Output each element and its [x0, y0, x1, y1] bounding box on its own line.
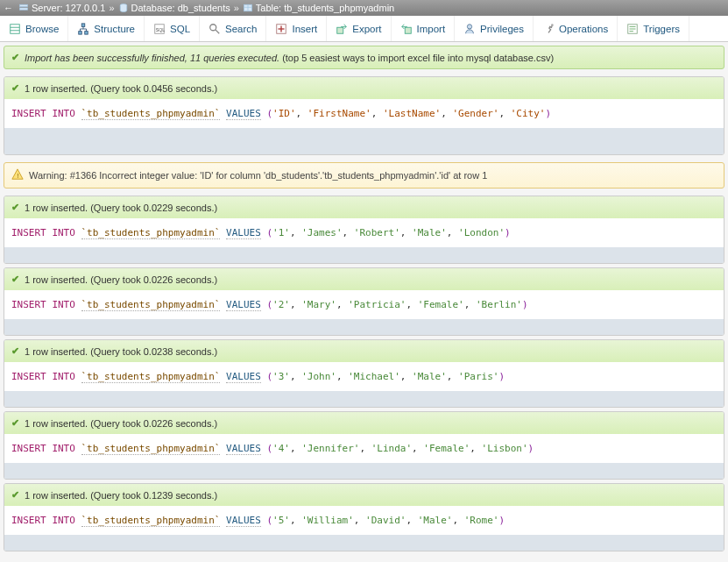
- tab-label: Browse: [25, 24, 59, 34]
- tab-triggers[interactable]: Triggers: [618, 16, 689, 41]
- row-msg: 1 row inserted. (Query took 0.1239 secon…: [25, 490, 217, 501]
- spacer: [4, 535, 724, 551]
- import-icon: [400, 23, 413, 35]
- svg-rect-9: [82, 23, 86, 26]
- tab-label: Structure: [94, 24, 135, 34]
- tab-sql[interactable]: SQL SQL: [145, 16, 200, 41]
- tab-privileges[interactable]: Privileges: [455, 16, 534, 41]
- row-msg: 1 row inserted. (Query took 0.0226 secon…: [25, 418, 217, 429]
- svg-rect-19: [337, 27, 343, 33]
- row-msg: 1 row inserted. (Query took 0.0456 secon…: [25, 83, 217, 94]
- warning-notice: ! Warning: #1366 Incorrect integer value…: [4, 162, 724, 189]
- svg-point-14: [210, 24, 216, 30]
- database-icon: [118, 3, 129, 13]
- tab-label: Search: [225, 24, 257, 34]
- tab-search[interactable]: Search: [200, 16, 266, 41]
- spacer: [4, 319, 724, 335]
- tab-label: Import: [417, 24, 446, 34]
- success-icon: ✔: [11, 345, 19, 357]
- table-icon: [243, 3, 253, 13]
- spacer: [4, 463, 724, 479]
- tab-label: Triggers: [643, 24, 680, 34]
- export-icon: [336, 23, 348, 35]
- success-icon: ✔: [11, 417, 19, 429]
- spacer: [4, 247, 724, 263]
- insert-icon: [275, 23, 287, 35]
- svg-rect-11: [85, 31, 88, 34]
- breadcrumb: ← Server: 127.0.0.1 » Database: db_stude…: [0, 0, 728, 16]
- sql-query: INSERT INTO `tb_students_phpmyadmin` VAL…: [4, 218, 724, 247]
- privileges-icon: [463, 23, 476, 35]
- warning-text: Warning: #1366 Incorrect integer value: …: [29, 170, 487, 181]
- server-value: 127.0.0.1: [66, 3, 106, 13]
- crumb-sep: »: [234, 3, 239, 13]
- svg-text:SQL: SQL: [156, 26, 166, 32]
- database-value: db_students: [178, 3, 230, 13]
- tab-label: Export: [352, 24, 381, 34]
- tab-label: Privileges: [480, 24, 524, 34]
- tab-browse[interactable]: Browse: [0, 16, 68, 41]
- row-inserted-notice: ✔1 row inserted. (Query took 0.1239 seco…: [4, 484, 724, 506]
- svg-text:!: !: [17, 172, 18, 180]
- browse-icon: [9, 23, 21, 35]
- success-icon: ✔: [11, 202, 19, 213]
- database-label: Database:: [131, 3, 175, 13]
- svg-rect-0: [20, 4, 28, 6]
- server-crumb[interactable]: Server: 127.0.0.1: [18, 3, 105, 13]
- import-success-details: (top 5 easiest ways to import excel file…: [282, 53, 554, 63]
- result-group: ✔1 row inserted. (Query took 0.0229 seco…: [4, 196, 724, 264]
- back-arrow-icon[interactable]: ←: [4, 3, 13, 13]
- success-icon: ✔: [11, 489, 19, 501]
- svg-point-22: [551, 24, 554, 26]
- success-icon: ✔: [11, 82, 19, 94]
- tab-operations[interactable]: Operations: [534, 16, 618, 41]
- tab-label: Insert: [292, 24, 317, 34]
- sql-icon: SQL: [153, 23, 166, 35]
- success-icon: ✔: [11, 274, 19, 285]
- row-msg: 1 row inserted. (Query took 0.0229 secon…: [25, 203, 217, 213]
- spacer: [4, 391, 724, 407]
- result-group: ✔1 row inserted. (Query took 0.0226 seco…: [4, 411, 724, 480]
- row-inserted-notice: ✔1 row inserted. (Query took 0.0226 seco…: [4, 268, 724, 290]
- tab-structure[interactable]: Structure: [68, 16, 145, 41]
- tab-label: Operations: [559, 24, 608, 34]
- sql-query: INSERT INTO `tb_students_phpmyadmin` VAL…: [4, 362, 724, 391]
- server-label: Server:: [32, 3, 62, 13]
- spacer: [4, 128, 724, 154]
- database-crumb[interactable]: Database: db_students: [118, 3, 230, 13]
- svg-line-15: [216, 29, 219, 32]
- structure-icon: [77, 23, 89, 35]
- tab-export[interactable]: Export: [327, 16, 391, 41]
- search-icon: [209, 23, 221, 35]
- tab-label: SQL: [170, 24, 190, 34]
- table-value: tb_students_phpmyadmin: [284, 3, 394, 13]
- row-msg: 1 row inserted. (Query took 0.0238 secon…: [25, 346, 217, 357]
- warning-icon: !: [11, 168, 24, 182]
- sql-query: INSERT INTO `tb_students_phpmyadmin` VAL…: [4, 99, 724, 128]
- tab-import[interactable]: Import: [392, 16, 456, 41]
- table-label: Table:: [256, 3, 281, 13]
- svg-rect-10: [79, 31, 82, 34]
- row-inserted-notice: ✔1 row inserted. (Query took 0.0238 seco…: [4, 340, 724, 362]
- svg-rect-6: [11, 24, 20, 33]
- row-inserted-notice: ✔1 row inserted. (Query took 0.0229 seco…: [4, 196, 724, 218]
- result-group: ✔1 row inserted. (Query took 0.0226 seco…: [4, 267, 724, 336]
- sql-query: INSERT INTO `tb_students_phpmyadmin` VAL…: [4, 434, 724, 463]
- result-group: ✔1 row inserted. (Query took 0.1239 seco…: [4, 483, 724, 551]
- tab-insert[interactable]: Insert: [266, 16, 327, 41]
- sql-query: INSERT INTO `tb_students_phpmyadmin` VAL…: [4, 506, 724, 535]
- success-icon: ✔: [11, 52, 19, 63]
- row-inserted-notice: ✔1 row inserted. (Query took 0.0226 seco…: [4, 412, 724, 434]
- tabs: Browse Structure SQL SQL Search Insert E…: [0, 16, 728, 42]
- table-crumb[interactable]: Table: tb_students_phpmyadmin: [243, 3, 394, 13]
- import-success-text: Import has been successfully finished, 1…: [25, 53, 279, 63]
- crumb-sep: »: [109, 3, 114, 13]
- import-success-notice: ✔ Import has been successfully finished,…: [4, 46, 724, 69]
- sql-query: INSERT INTO `tb_students_phpmyadmin` VAL…: [4, 290, 724, 319]
- result-group: ✔1 row inserted. (Query took 0.0238 seco…: [4, 339, 724, 408]
- svg-rect-1: [20, 8, 28, 10]
- result-group: ✔ 1 row inserted. (Query took 0.0456 sec…: [4, 76, 724, 155]
- server-icon: [18, 3, 29, 13]
- svg-rect-20: [405, 27, 411, 33]
- triggers-icon: [626, 23, 639, 35]
